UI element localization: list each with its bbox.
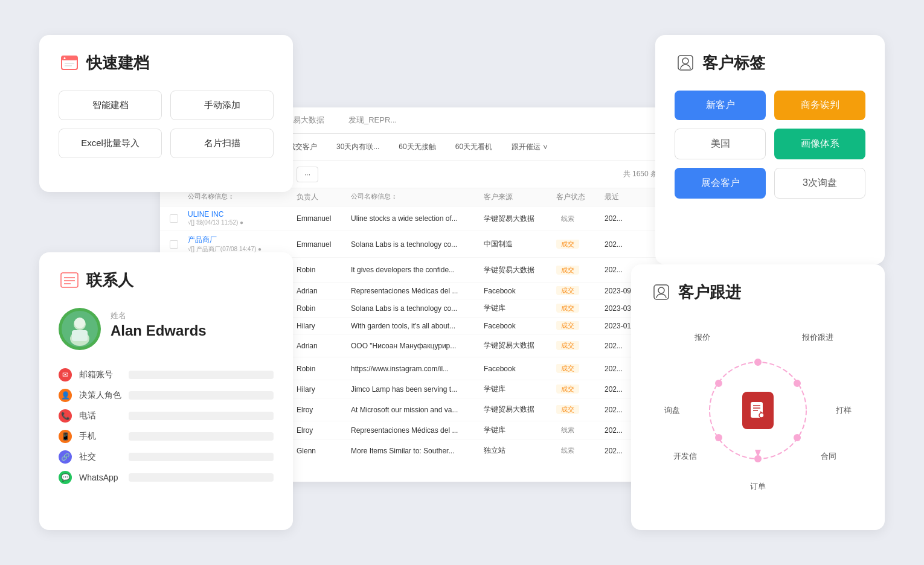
followup-header: 客户跟进: [650, 281, 865, 303]
row-company: 产品商厂 √[] 产品商厂(07/08 14:47) ●: [188, 235, 297, 254]
social-label: 社交: [79, 452, 121, 462]
row-status: 成交: [556, 286, 605, 295]
contact-profile: 姓名 Alan Edwards: [59, 308, 274, 356]
excel-import-button[interactable]: Excel批量导入: [59, 129, 162, 158]
tag-business-visit[interactable]: 商务诶判: [774, 91, 865, 120]
row-owner: Glenn: [297, 447, 351, 455]
col-status: 客户状态: [556, 192, 605, 202]
phone-value-bar: [129, 412, 274, 420]
whatsapp-value-bar: [129, 473, 274, 482]
followup-icon: [650, 281, 672, 303]
contact-field-social: 🔗 社交: [59, 450, 274, 464]
row-owner: Robin: [297, 365, 351, 373]
svg-point-19: [754, 359, 762, 366]
tag-new-customer[interactable]: 新客户: [675, 91, 766, 120]
row-info: ООО "Нисоан Мануфакцурир...: [351, 342, 484, 350]
row-status: 成交: [556, 321, 605, 330]
svg-point-2: [64, 57, 66, 59]
card-scan-button[interactable]: 名片扫描: [170, 129, 274, 158]
customer-tags-header: 客户标签: [675, 52, 865, 74]
row-info: More Items Similar to: Souther...: [351, 447, 484, 455]
mobile-label: 手机: [79, 431, 121, 442]
col-company-info: 公司名称信息 ↕: [351, 192, 484, 202]
col-last: 最近: [605, 192, 653, 202]
row-info: With garden tools, it's all about...: [351, 322, 484, 330]
quick-archive-icon: [59, 52, 80, 74]
row-owner: Hilary: [297, 322, 351, 330]
contacts-title: 联系人: [86, 270, 133, 291]
tag-exhibition[interactable]: 展会客户: [675, 168, 766, 199]
row-source: 学键库: [484, 303, 556, 313]
svg-point-23: [715, 434, 722, 441]
row-owner: Adrian: [297, 342, 351, 350]
subtab-60days-no-contact[interactable]: 60天无接触: [391, 139, 443, 155]
row-source: 学键贸易大数据: [484, 404, 556, 415]
whatsapp-label: WhatsApp: [79, 473, 121, 482]
row-status: 线索: [556, 446, 605, 455]
row-info: At Microsoft our mission and va...: [351, 406, 484, 414]
subtab-follow-up[interactable]: 跟开催运 ∨: [504, 139, 556, 155]
row-status: 成交: [556, 341, 605, 350]
circle-diagram: 报价 报价跟进 询盘 打样 开发信 订单 合同: [673, 326, 842, 495]
row-owner: Elroy: [297, 426, 351, 435]
row-info: Uline stocks a wide selection of...: [351, 214, 484, 223]
row-info: Representaciones Médicas del ...: [351, 426, 484, 435]
tag-portrait[interactable]: 画像体系: [774, 129, 865, 159]
row-status: 成交: [556, 364, 605, 373]
contact-field-mobile: 📱 手机: [59, 430, 274, 443]
contacts-header: 联系人: [59, 269, 274, 291]
contact-fields: ✉ 邮箱账号 👤 决策人角色 📞 电话 📱: [59, 368, 274, 484]
svg-rect-7: [61, 273, 78, 287]
row-owner: Robin: [297, 304, 351, 313]
contact-field-role: 👤 决策人角色: [59, 389, 274, 402]
contact-avatar: [59, 308, 101, 350]
row-info: Solana Labs is a technology co...: [351, 304, 484, 313]
row-status: 成交: [556, 304, 605, 313]
contacts-icon: [59, 269, 80, 291]
social-value-bar: [129, 453, 274, 461]
row-info: Jimco Lamp has been serving t...: [351, 385, 484, 394]
email-label: 邮箱账号: [79, 369, 121, 380]
tag-usa[interactable]: 美国: [675, 129, 766, 159]
tag-inquiry-count[interactable]: 3次询盘: [774, 168, 865, 199]
page-background: 快速建档 智能建档 手动添加 Excel批量导入 名片扫描 客户标签: [0, 0, 924, 565]
label-inquiry: 询盘: [664, 405, 680, 416]
label-quote: 报价: [695, 332, 710, 343]
row-owner: Emmanuel: [297, 214, 351, 223]
row-source: Facebook: [484, 322, 556, 330]
manual-add-button[interactable]: 手动添加: [170, 91, 274, 120]
customer-tags-title: 客户标签: [702, 53, 765, 74]
svg-point-24: [715, 380, 722, 387]
mobile-icon: 📱: [59, 430, 72, 443]
quick-archive-header: 快速建档: [59, 52, 274, 74]
toolbar-more-btn[interactable]: ···: [297, 167, 318, 182]
smart-archive-button[interactable]: 智能建档: [59, 91, 162, 120]
label-contract: 合同: [821, 451, 836, 462]
whatsapp-icon: 💬: [59, 471, 72, 484]
row-source: Facebook: [484, 287, 556, 295]
row-status: 成交: [556, 405, 605, 414]
row-checkbox[interactable]: [170, 240, 178, 249]
subtab-60days-no-machine[interactable]: 60天无看机: [448, 139, 499, 155]
cards-container: 快速建档 智能建档 手动添加 Excel批量导入 名片扫描 客户标签: [39, 23, 885, 542]
crm-center-icon: [742, 392, 774, 429]
role-label: 决策人角色: [79, 390, 121, 401]
contact-name: Alan Edwards: [111, 322, 207, 339]
followup-title: 客户跟进: [678, 282, 741, 303]
col-source: 客户来源: [484, 192, 556, 202]
contacts-card: 联系人 姓名 Alan Edwards: [39, 252, 293, 530]
mobile-value-bar: [129, 432, 274, 441]
svg-rect-15: [72, 330, 88, 341]
row-status: 线索: [556, 426, 605, 435]
row-info: https://www.instagram.com/il...: [351, 365, 484, 373]
subtab-30days[interactable]: 30天内有联...: [329, 139, 387, 155]
row-last: 202...: [605, 240, 653, 249]
row-source: 学键库: [484, 384, 556, 394]
contact-name-block: 姓名 Alan Edwards: [111, 310, 207, 339]
toolbar-count: 共 1650 条: [623, 169, 658, 179]
followup-circle-container: 报价 报价跟进 询盘 打样 开发信 订单 合同: [650, 320, 865, 501]
role-icon: 👤: [59, 389, 72, 402]
tab-send-repr[interactable]: 发现_REPR...: [336, 107, 409, 134]
row-checkbox[interactable]: [170, 214, 178, 223]
row-source: 学键贸易大数据: [484, 340, 556, 351]
